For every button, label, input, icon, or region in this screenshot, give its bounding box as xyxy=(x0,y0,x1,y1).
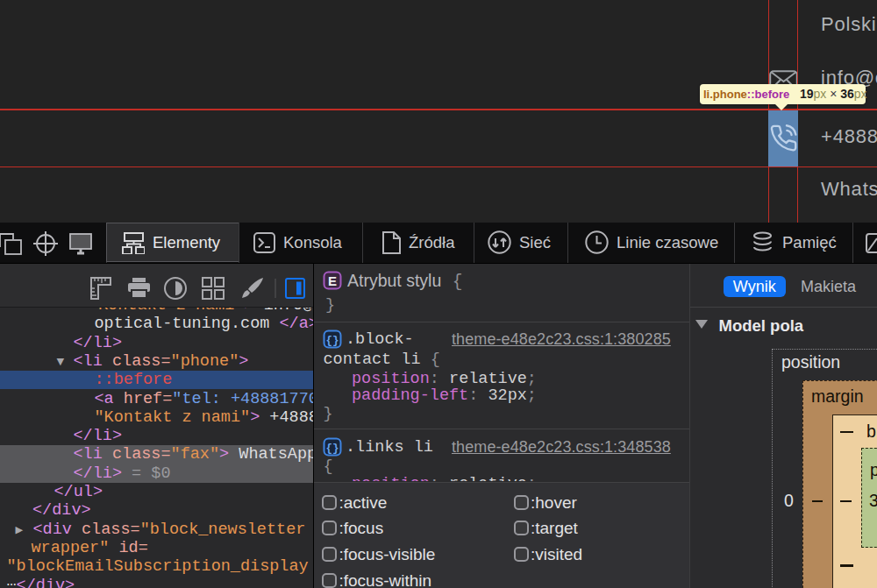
svg-text:E: E xyxy=(328,273,337,288)
svg-text:{}: {} xyxy=(325,335,339,347)
svg-text:{}: {} xyxy=(325,443,339,455)
